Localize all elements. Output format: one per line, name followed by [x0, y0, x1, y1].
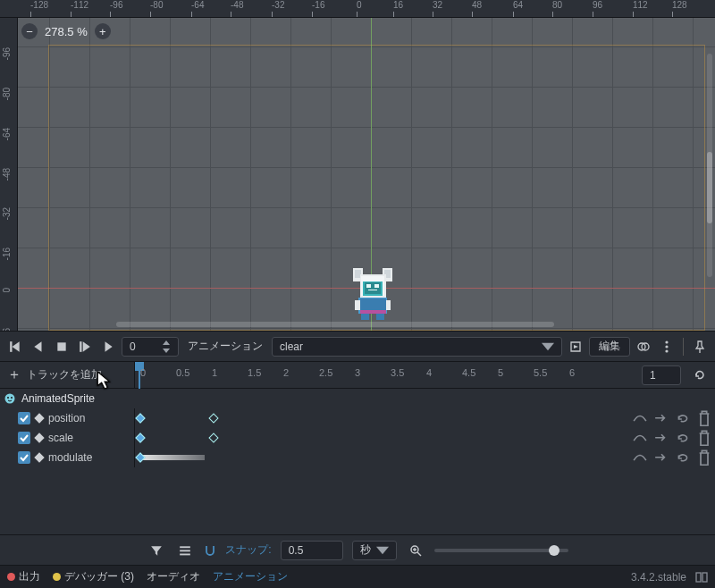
- loop-button[interactable]: [690, 365, 710, 385]
- sprite-node-icon: [4, 392, 16, 405]
- stop-button[interactable]: [52, 337, 72, 357]
- filter-button[interactable]: [147, 541, 166, 560]
- ruler-tick: -16: [2, 248, 12, 260]
- svg-rect-13: [360, 310, 386, 314]
- ruler-tick: 64: [513, 0, 523, 10]
- track-row[interactable]: position: [0, 408, 715, 428]
- svg-rect-31: [180, 553, 190, 555]
- time-tick: 0: [140, 367, 146, 378]
- ruler-tick: -80: [150, 0, 163, 10]
- svg-point-24: [665, 345, 668, 348]
- time-tick: 0.5: [176, 367, 189, 378]
- animation-select[interactable]: clear: [272, 337, 562, 357]
- wrap-mode-button[interactable]: [654, 450, 669, 465]
- canvas-hscroll[interactable]: [116, 322, 554, 327]
- remove-track-button[interactable]: [697, 450, 711, 465]
- zoom-slider-thumb[interactable]: [549, 545, 559, 556]
- track-enable-checkbox[interactable]: [18, 412, 30, 424]
- animation-select-value: clear: [280, 340, 303, 353]
- keyframe[interactable]: [208, 413, 218, 423]
- snap-value[interactable]: [287, 543, 314, 558]
- track-row[interactable]: scale: [0, 428, 715, 448]
- vscroll-thumb[interactable]: [707, 152, 712, 223]
- zoom-value[interactable]: 278.5 %: [45, 25, 88, 38]
- time-ruler[interactable]: 00.511.522.533.544.555.56: [134, 362, 581, 388]
- loop-mode-button[interactable]: [676, 450, 690, 465]
- zoom-control: − 278.5 % +: [21, 23, 111, 39]
- loop-mode-button[interactable]: [676, 431, 690, 445]
- ruler-top: -128-112-96-80-64-48-32-1601632486480961…: [0, 0, 715, 18]
- animation-dropdown-label[interactable]: アニメーション: [182, 339, 268, 354]
- track-lane[interactable]: [134, 428, 581, 448]
- loop-mode-button[interactable]: [676, 411, 690, 425]
- separator: [683, 338, 684, 356]
- snap-value-input[interactable]: [281, 541, 343, 560]
- debugger-dot-icon: [53, 573, 61, 581]
- audio-tab[interactable]: オーディオ: [147, 569, 200, 584]
- play-backward-end-button[interactable]: [5, 337, 25, 357]
- canvas-viewport[interactable]: − 278.5 % +: [18, 18, 715, 331]
- debugger-tab[interactable]: デバッガー (3): [53, 569, 134, 584]
- onion-skin-button[interactable]: [634, 337, 653, 357]
- zoom-out-button[interactable]: −: [21, 23, 38, 39]
- track-segment[interactable]: [139, 455, 205, 460]
- animation-tab[interactable]: アニメーション: [213, 569, 288, 584]
- wrap-mode-button[interactable]: [654, 431, 669, 445]
- spinner-icon[interactable]: [160, 340, 172, 353]
- layout-toggle-icon[interactable]: [695, 571, 708, 584]
- play-button[interactable]: [98, 337, 118, 357]
- keyframe[interactable]: [135, 433, 145, 442]
- diamond-icon: [34, 452, 44, 462]
- zoom-reset-button[interactable]: [406, 541, 425, 560]
- track-row[interactable]: modulate: [0, 448, 715, 467]
- frame-input[interactable]: [122, 337, 179, 357]
- ruler-tick: 128: [672, 0, 687, 10]
- length-value[interactable]: [648, 368, 675, 382]
- zoom-slider[interactable]: [434, 549, 568, 552]
- edit-button[interactable]: 編集: [589, 337, 630, 357]
- svg-rect-8: [366, 284, 371, 288]
- remove-track-button[interactable]: [697, 411, 711, 425]
- track-lane[interactable]: [134, 408, 581, 428]
- track-enable-checkbox[interactable]: [18, 451, 30, 464]
- ruler-tick: -96: [110, 0, 122, 10]
- autoplay-button[interactable]: [566, 337, 585, 357]
- length-input[interactable]: [642, 365, 681, 385]
- track-name: position: [48, 412, 85, 424]
- time-tick: 2: [283, 367, 289, 378]
- remove-track-button[interactable]: [697, 431, 711, 445]
- more-menu-button[interactable]: [657, 337, 677, 357]
- ruler-tick: 16: [2, 328, 12, 331]
- keyframe[interactable]: [208, 433, 218, 442]
- svg-rect-16: [355, 300, 359, 310]
- add-track-button[interactable]: ＋ トラックを追加: [0, 365, 134, 384]
- play-backward-button[interactable]: [29, 337, 48, 357]
- zoom-in-button[interactable]: +: [95, 23, 111, 39]
- interp-mode-button[interactable]: [633, 411, 647, 425]
- ruler-tick: 0: [2, 288, 12, 293]
- keyframe[interactable]: [135, 413, 145, 423]
- debugger-label: デバッガー (3): [64, 570, 134, 583]
- snap-unit-label: 秒: [360, 542, 371, 558]
- ruler-tick: 48: [472, 0, 482, 10]
- version-label: 3.4.2.stable: [631, 571, 686, 584]
- interp-mode-button[interactable]: [633, 450, 647, 465]
- time-tick: 5.5: [534, 367, 547, 378]
- frame-value[interactable]: [128, 340, 155, 354]
- canvas-vscroll[interactable]: [707, 54, 712, 277]
- track-lane[interactable]: [134, 448, 581, 467]
- track-enable-checkbox[interactable]: [18, 432, 30, 444]
- track-name: modulate: [48, 451, 92, 464]
- pin-button[interactable]: [690, 337, 710, 357]
- time-tick: 3.5: [391, 367, 404, 378]
- node-row[interactable]: AnimatedSprite: [0, 389, 715, 408]
- tracklist-button[interactable]: [175, 541, 195, 560]
- diamond-icon: [34, 413, 44, 423]
- snap-unit-select[interactable]: 秒: [352, 541, 397, 560]
- interp-mode-button[interactable]: [633, 431, 647, 445]
- diamond-icon: [34, 433, 44, 442]
- wrap-mode-button[interactable]: [654, 411, 669, 425]
- play-from-start-button[interactable]: [75, 337, 95, 357]
- output-tab[interactable]: 出力: [7, 569, 40, 584]
- animated-sprite-preview[interactable]: [347, 265, 399, 323]
